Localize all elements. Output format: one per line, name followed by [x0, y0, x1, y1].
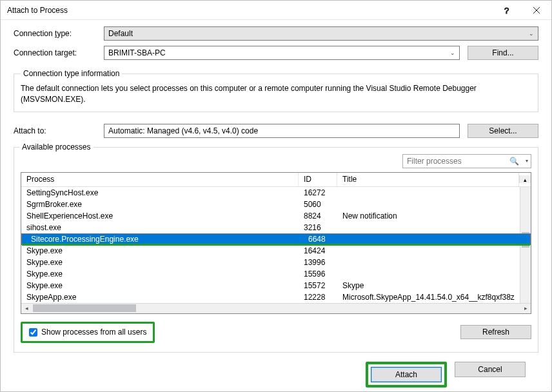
attach-button[interactable]: Attach	[371, 367, 442, 382]
cell-id: 15572	[299, 281, 337, 290]
scroll-right-icon[interactable]: ▸	[520, 305, 531, 311]
cell-process: Skype.exe	[21, 281, 299, 290]
col-title[interactable]: Title	[337, 173, 519, 186]
cell-id: 8824	[299, 211, 337, 220]
cell-title: Skype	[337, 281, 531, 290]
cell-id: 15596	[299, 270, 337, 279]
help-button[interactable]: ?	[492, 1, 522, 20]
connection-type-value: Default	[108, 29, 133, 38]
available-processes-group: Available processes Filter processes 🔍 ▾…	[14, 147, 538, 353]
window-title: Attach to Process	[1, 6, 492, 15]
cell-id: 12228	[299, 293, 337, 302]
filter-processes-input[interactable]: Filter processes 🔍 ▾	[402, 154, 531, 168]
table-row[interactable]: Skype.exe15572Skype	[21, 280, 531, 291]
cell-id: 16424	[299, 246, 337, 255]
cell-process: Skype.exe	[21, 270, 299, 279]
connection-type-select[interactable]: Default ⌄	[104, 26, 538, 41]
connection-target-input[interactable]: BRIMIT-SBA-PC ⌄	[104, 46, 460, 60]
table-row[interactable]: SkypeApp.exe12228Microsoft.SkypeApp_14.4…	[21, 291, 531, 303]
scroll-up-icon[interactable]: ▴	[519, 175, 531, 183]
cell-process: ShellExperienceHost.exe	[21, 211, 299, 220]
table-row[interactable]: SgrmBroker.exe5060	[21, 199, 531, 210]
refresh-button[interactable]: Refresh	[460, 325, 531, 339]
cell-process: Skype.exe	[21, 246, 299, 255]
svg-text:?: ?	[504, 6, 509, 15]
find-button[interactable]: Find...	[468, 46, 538, 60]
cell-id: 16272	[299, 188, 337, 197]
cell-title: Microsoft.SkypeApp_14.41.54.0_x64__kzf8q…	[337, 293, 531, 302]
attach-button-highlight: Attach	[366, 362, 447, 387]
available-processes-legend: Available processes	[19, 142, 94, 152]
connection-target-value: BRIMIT-SBA-PC	[108, 48, 166, 57]
connection-type-label: Connection type:	[14, 29, 104, 38]
cell-id: 3216	[299, 223, 337, 232]
select-button[interactable]: Select...	[468, 124, 538, 138]
close-button[interactable]	[522, 1, 551, 20]
table-body: SettingSyncHost.exe16272SgrmBroker.exe50…	[21, 187, 531, 303]
connection-type-info-text: The default connection lets you select p…	[21, 83, 531, 105]
table-row[interactable]: sihost.exe3216	[21, 222, 531, 233]
chevron-down-icon: ⌄	[529, 30, 534, 37]
table-header: Process ID Title ▴	[21, 173, 531, 187]
cancel-button[interactable]: Cancel	[455, 362, 526, 377]
chevron-down-icon: ⌄	[450, 50, 455, 56]
table-row[interactable]: SettingSyncHost.exe16272	[21, 187, 531, 199]
table-row[interactable]: ShellExperienceHost.exe8824New notificat…	[21, 210, 531, 222]
table-row[interactable]: Skype.exe15596	[21, 268, 531, 280]
show-all-users-checkbox[interactable]: Show processes from all users	[21, 322, 155, 343]
cell-process: SkypeApp.exe	[21, 293, 299, 302]
attach-to-value: Automatic: Managed (v4.6, v4.5, v4.0) co…	[104, 124, 460, 138]
attach-to-label: Attach to:	[14, 126, 104, 135]
chevron-down-icon: ▾	[526, 158, 528, 164]
cell-id: 5060	[299, 200, 337, 209]
cell-process: sihost.exe	[21, 223, 299, 232]
col-id[interactable]: ID	[299, 173, 337, 186]
cell-id: 13996	[299, 258, 337, 267]
cell-process: SgrmBroker.exe	[21, 200, 299, 209]
cell-title: New notification	[337, 211, 531, 220]
show-all-users-input[interactable]	[29, 328, 37, 337]
attach-to-process-dialog: Attach to Process ? Connection type: Def…	[0, 0, 552, 392]
process-list[interactable]: Process ID Title ▴ SettingSyncHost.exe16…	[21, 172, 531, 314]
scroll-left-icon[interactable]: ◂	[21, 305, 32, 311]
table-row[interactable]: Sitecore.ProcessingEngine.exe6648	[21, 233, 531, 245]
connection-type-info-group: Connection type information The default …	[14, 69, 538, 112]
search-icon: 🔍	[509, 157, 519, 166]
cell-process: Skype.exe	[21, 258, 299, 267]
filter-placeholder: Filter processes	[407, 157, 462, 166]
table-row[interactable]: Skype.exe13996	[21, 257, 531, 268]
table-row[interactable]: Skype.exe16424	[21, 245, 531, 257]
cell-process: SettingSyncHost.exe	[21, 188, 299, 197]
connection-target-label: Connection target:	[14, 48, 104, 57]
col-process[interactable]: Process	[21, 173, 299, 186]
show-all-users-label: Show processes from all users	[41, 328, 146, 337]
cell-process: Sitecore.ProcessingEngine.exe	[26, 235, 303, 244]
horizontal-scrollbar[interactable]: ◂ ▸	[21, 303, 531, 313]
connection-type-info-legend: Connection type information	[21, 69, 122, 78]
cell-id: 6648	[303, 235, 342, 244]
titlebar: Attach to Process ?	[1, 1, 551, 20]
